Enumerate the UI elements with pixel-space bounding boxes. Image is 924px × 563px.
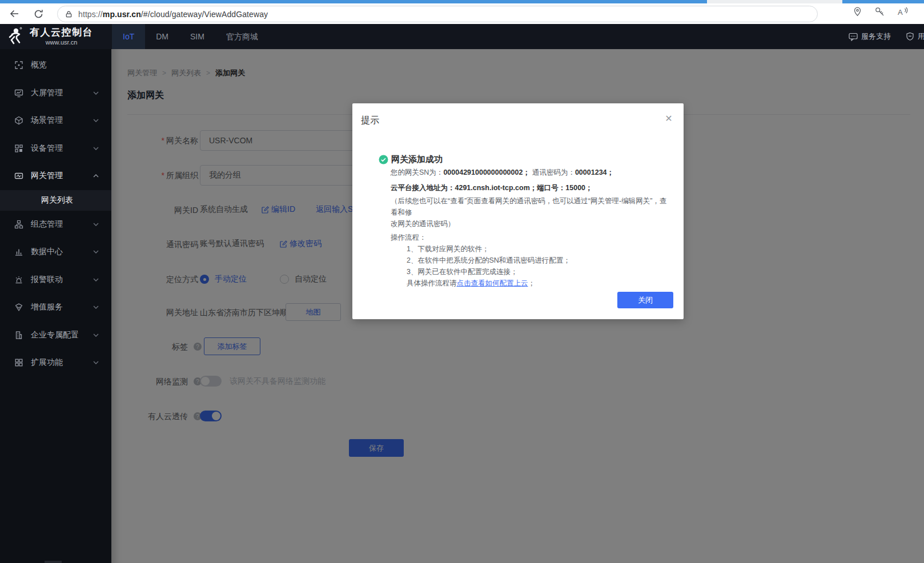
- sidebar-item-value-added-services[interactable]: 增值服务: [0, 293, 111, 321]
- dialog-body: 网关添加成功 您的网关SN为：00004291000000000002；通讯密码…: [391, 154, 673, 289]
- back-arrow-icon: [9, 8, 20, 19]
- note-line-1: （后续您也可以在“查看”页面查看网关的通讯密码，也可以通过“网关管理-编辑网关”…: [391, 195, 673, 218]
- flow-title: 操作流程：: [391, 232, 673, 243]
- password-key-icon[interactable]: [874, 6, 885, 17]
- chevron-down-icon: [93, 250, 99, 254]
- header-right: 服务支持 用户: [849, 24, 924, 49]
- chevron-down-icon: [93, 223, 99, 226]
- browser-toolbar-icons: A: [852, 6, 924, 17]
- browser-toolbar: https://mp.usr.cn/#/cloud/gateway/ViewAd…: [0, 3, 924, 24]
- app-window: 有人云控制台 www.usr.cn IoT DM SIM 官方商城 服务支持 用…: [0, 24, 924, 563]
- sidebar-item-scene-mgmt[interactable]: 场景管理: [0, 107, 111, 135]
- enterprise-icon: [14, 331, 23, 340]
- notice-dialog: 提示 ✕ 网关添加成功 您的网关SN为：00004291000000000002…: [352, 103, 684, 319]
- usr-person-logo-icon: [7, 26, 25, 46]
- sn-line: 您的网关SN为：00004291000000000002；通讯密码为：00001…: [391, 167, 673, 178]
- sidebar-nav: 概览 大屏管理 场景管理 设备管理 网关管理 网关列表 组态管理: [0, 49, 111, 563]
- tab-iot[interactable]: IoT: [112, 24, 145, 49]
- tab-sim[interactable]: SIM: [179, 24, 215, 49]
- user-shield-icon: [906, 32, 914, 41]
- data-icon: [14, 247, 23, 256]
- flow-step-3: 3、网关已在软件中配置完成连接；: [407, 266, 673, 278]
- gateway-icon: [14, 171, 23, 180]
- sidebar-item-label: 组态管理: [31, 219, 63, 230]
- chevron-down-icon: [93, 305, 99, 309]
- sidebar-item-label: 概览: [31, 60, 47, 70]
- chevron-down-icon: [93, 147, 99, 150]
- sidebar-item-label: 报警联动: [31, 275, 63, 285]
- extension-icon: [14, 358, 23, 367]
- sidebar-item-gateway-mgmt[interactable]: 网关管理: [0, 162, 111, 190]
- vas-icon: [14, 303, 23, 312]
- success-title: 网关添加成功: [391, 154, 443, 165]
- note-line-2: 改网关的通讯密码）: [391, 218, 673, 230]
- sidebar-item-label: 增值服务: [31, 302, 63, 312]
- chevron-down-icon: [93, 278, 99, 282]
- chevron-down-icon: [93, 361, 99, 364]
- success-heading: 网关添加成功: [379, 154, 673, 165]
- close-icon[interactable]: ✕: [662, 112, 675, 124]
- tab-official-mall[interactable]: 官方商城: [215, 24, 269, 49]
- chevron-down-icon: [93, 91, 99, 95]
- sidebar-item-label: 网关列表: [41, 195, 73, 206]
- sidebar-item-screen-mgmt[interactable]: 大屏管理: [0, 79, 111, 107]
- sidebar-item-device-mgmt[interactable]: 设备管理: [0, 135, 111, 163]
- sidebar-item-label: 数据中心: [31, 247, 63, 257]
- browser-address-bar[interactable]: https://mp.usr.cn/#/cloud/gateway/ViewAd…: [57, 6, 818, 22]
- sidebar-item-label: 设备管理: [31, 143, 63, 154]
- header-tabs: IoT DM SIM 官方商城: [112, 24, 269, 49]
- chevron-down-icon: [93, 333, 99, 337]
- how-to-configure-link[interactable]: 点击查看如何配置上云: [457, 279, 528, 287]
- flow-detail-line: 具体操作流程请点击查看如何配置上云；: [407, 278, 673, 289]
- tab-dm[interactable]: DM: [145, 24, 179, 49]
- flow-step-2: 2、在软件中把系统分配的SN和通讯密码进行配置；: [407, 255, 673, 266]
- user-link[interactable]: 用户: [918, 31, 924, 42]
- sidebar-item-label: 扩展功能: [31, 357, 63, 368]
- url-text: https://mp.usr.cn/#/cloud/gateway/ViewAd…: [78, 10, 268, 19]
- sidebar-item-extended-features[interactable]: 扩展功能: [0, 349, 111, 377]
- location-icon[interactable]: [852, 6, 863, 17]
- sidebar-item-config-mgmt[interactable]: 组态管理: [0, 211, 111, 239]
- sidebar-item-data-center[interactable]: 数据中心: [0, 238, 111, 266]
- screen-icon: [14, 89, 23, 98]
- flow-step-1: 1、下载对应网关的软件；: [407, 243, 673, 255]
- refresh-icon: [33, 9, 44, 19]
- sidebar-footer-mark: [45, 561, 62, 563]
- sidebar-item-alarm-linkage[interactable]: 报警联动: [0, 266, 111, 294]
- comm-password-value: 00001234；: [575, 168, 614, 176]
- success-check-icon: [379, 155, 388, 164]
- svg-text:A: A: [898, 8, 903, 17]
- cloud-address-line: 云平台接入地址为：4291.cnsh.iot-tcp.com；端口号：15000…: [391, 182, 673, 194]
- topology-icon: [14, 220, 23, 229]
- sidebar-item-label: 大屏管理: [31, 88, 63, 98]
- logo[interactable]: 有人云控制台 www.usr.cn: [7, 26, 93, 46]
- gateway-sn-value: 00004291000000000002；: [443, 168, 530, 176]
- sidebar-item-label: 企业专属配置: [31, 330, 79, 340]
- sidebar-item-label: 网关管理: [31, 171, 63, 181]
- alarm-icon: [14, 275, 23, 284]
- lock-icon: [65, 10, 73, 19]
- sidebar-item-enterprise-config[interactable]: 企业专属配置: [0, 321, 111, 349]
- browser-back-button[interactable]: [7, 6, 22, 21]
- support-chat-icon: [849, 33, 858, 41]
- device-icon: [14, 144, 23, 153]
- dialog-title: 提示: [361, 115, 379, 127]
- sidebar-item-gateway-list[interactable]: 网关列表: [0, 190, 111, 211]
- browser-refresh-button[interactable]: [31, 6, 46, 21]
- read-aloud-icon[interactable]: A: [897, 6, 909, 17]
- main-content: 网关管理 > 网关列表 > 添加网关 添加网关 *网关名称 *所属组织 网关ID: [111, 49, 924, 563]
- app-header: 有人云控制台 www.usr.cn IoT DM SIM 官方商城 服务支持 用…: [0, 24, 924, 49]
- sidebar-item-overview[interactable]: 概览: [0, 51, 111, 79]
- support-link[interactable]: 服务支持: [861, 31, 891, 42]
- overview-icon: [14, 61, 23, 70]
- logo-text: 有人云控制台 www.usr.cn: [30, 26, 93, 46]
- chevron-down-icon: [93, 119, 99, 122]
- browser-chrome: https://mp.usr.cn/#/cloud/gateway/ViewAd…: [0, 0, 924, 24]
- chevron-up-icon: [93, 174, 99, 178]
- scene-icon: [14, 116, 23, 125]
- sidebar-item-label: 场景管理: [31, 115, 63, 126]
- dialog-close-button[interactable]: 关闭: [617, 292, 673, 308]
- logo-subtitle: www.usr.cn: [30, 39, 93, 46]
- logo-title: 有人云控制台: [30, 26, 93, 39]
